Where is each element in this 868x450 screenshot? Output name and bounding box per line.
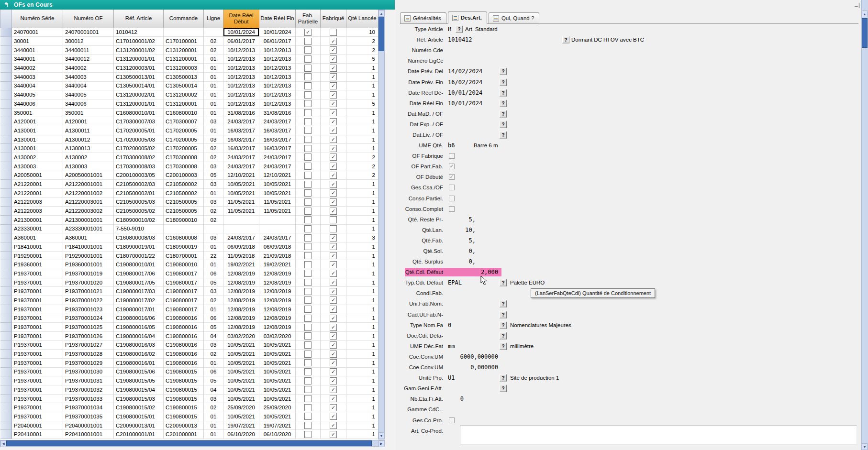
cell-serie[interactable]: P19370001	[12, 269, 63, 278]
cell-fabp[interactable]	[296, 269, 321, 278]
cell-fin[interactable]: 16/03/2017	[259, 135, 296, 144]
column-header-ref[interactable]: Réf. Article	[114, 10, 164, 28]
cell-cmd[interactable]: C131200003	[164, 64, 204, 73]
cell-fabp[interactable]	[296, 403, 321, 412]
cell-cmd[interactable]: C190800017	[164, 278, 204, 287]
cell-ligne[interactable]: 02	[204, 215, 223, 224]
cell-ligne[interactable]: 02	[204, 403, 223, 412]
cell-ligne[interactable]: 01	[204, 305, 223, 314]
fab-partielle-checkbox[interactable]: ✓	[304, 29, 312, 36]
cell-fabp[interactable]	[296, 296, 321, 305]
cell-debut[interactable]: 12/08/2019	[223, 305, 259, 314]
cell-cmd[interactable]: C190800015	[164, 394, 204, 403]
scroll-to-end-button[interactable]: →|	[851, 1, 862, 9]
row-selector[interactable]	[0, 171, 12, 180]
cell-ref[interactable]: C170300008/03	[114, 162, 164, 171]
cell-qte[interactable]: 1	[346, 81, 378, 90]
cell-fin[interactable]: 10/12/2013	[259, 99, 296, 109]
cell-qte[interactable]: 1	[346, 188, 378, 198]
cell-fabp[interactable]	[296, 180, 321, 189]
row-selector[interactable]	[0, 340, 12, 350]
cell-of[interactable]: P19370001032	[63, 385, 114, 395]
fabrique-checkbox[interactable]: ✓	[330, 324, 337, 331]
cell-cmd[interactable]: C200100003	[164, 171, 204, 180]
help-button[interactable]: ?	[500, 321, 507, 329]
cell-qte[interactable]: 1	[346, 430, 378, 439]
cell-of[interactable]: A1300013	[63, 144, 114, 153]
field-value[interactable]: U1	[448, 374, 496, 381]
cell-qte[interactable]: 2	[346, 153, 378, 162]
cell-qte[interactable]: 1	[346, 72, 378, 81]
cell-fab[interactable]: ✓	[321, 287, 346, 296]
fab-partielle-checkbox[interactable]	[304, 154, 312, 161]
cell-cmd[interactable]: C200900013	[164, 421, 204, 430]
cell-of[interactable]: P19370001019	[63, 269, 114, 278]
row-selector[interactable]	[0, 64, 12, 73]
cell-fin[interactable]: 10/05/2021	[259, 358, 296, 367]
fabrique-checkbox[interactable]: ✓	[330, 252, 337, 259]
cell-serie[interactable]: P19370001	[12, 287, 63, 296]
row-selector[interactable]	[0, 358, 12, 367]
row-selector[interactable]	[0, 430, 12, 439]
cell-serie[interactable]: 3440003	[12, 72, 63, 81]
cell-serie[interactable]: A21220001	[12, 180, 63, 189]
help-button[interactable]: ?	[500, 131, 507, 138]
fab-partielle-checkbox[interactable]	[304, 38, 312, 45]
cell-fin[interactable]: 11/05/2021	[259, 198, 296, 207]
cell-ligne[interactable]: 01	[204, 358, 223, 367]
cell-ref[interactable]: C131200001/01	[114, 99, 164, 109]
field-value[interactable]: EPAL	[448, 279, 496, 286]
cell-fin[interactable]: 12/08/2019	[259, 287, 296, 296]
row-selector[interactable]	[0, 296, 12, 305]
cell-fabp[interactable]	[296, 331, 321, 340]
tab-des-art[interactable]: Des.Art.	[448, 11, 487, 24]
cell-cmd[interactable]: C160800010	[164, 108, 204, 117]
cell-fab[interactable]: ✓	[321, 296, 346, 305]
cell-debut[interactable]: 25/09/2020	[223, 403, 259, 412]
cell-of[interactable]: A21220003001	[63, 198, 114, 207]
fab-partielle-checkbox[interactable]	[304, 261, 312, 268]
cell-ligne[interactable]: 01	[204, 188, 223, 198]
cell-qte[interactable]: 1	[346, 403, 378, 412]
cell-serie[interactable]: P19370001	[12, 350, 63, 359]
cell-serie[interactable]: 3440001	[12, 55, 63, 64]
column-header-serie[interactable]: Numéro Série	[12, 10, 63, 28]
fab-partielle-checkbox[interactable]	[304, 216, 312, 223]
fabrique-checkbox[interactable]: ✓	[330, 422, 337, 429]
cell-ref[interactable]: C190800017/06	[114, 269, 164, 278]
fab-partielle-checkbox[interactable]	[304, 306, 312, 313]
row-selector[interactable]	[0, 153, 12, 162]
fabrique-checkbox[interactable]: ✓	[330, 279, 337, 286]
cell-fabp[interactable]	[296, 224, 321, 233]
row-selector[interactable]	[0, 99, 12, 109]
cell-ligne[interactable]	[204, 28, 223, 37]
fab-partielle-checkbox[interactable]	[304, 422, 312, 429]
cell-qte[interactable]: 1	[346, 144, 378, 153]
fab-partielle-checkbox[interactable]	[304, 225, 312, 232]
cell-fabp[interactable]	[296, 305, 321, 314]
cell-ref[interactable]: C170200005/01	[114, 126, 164, 135]
cell-serie[interactable]: P20410001	[12, 430, 63, 439]
help-button[interactable]: ?	[500, 89, 507, 96]
cell-ref[interactable]: C200100003/05	[114, 171, 164, 180]
cell-qte[interactable]: 2	[346, 37, 378, 46]
cell-fab[interactable]: ✓	[321, 108, 346, 117]
fab-partielle-checkbox[interactable]	[304, 82, 312, 89]
cell-serie[interactable]: P19370001	[12, 376, 63, 385]
cell-fin[interactable]: 06/09/2018	[259, 242, 296, 252]
row-selector[interactable]	[0, 314, 12, 323]
cell-cmd[interactable]: C170200005	[164, 144, 204, 153]
cell-fabp[interactable]	[296, 233, 321, 242]
row-selector[interactable]	[0, 385, 12, 395]
cell-ref[interactable]: C190800017/03	[114, 287, 164, 296]
cell-fin[interactable]: 21/09/2018	[259, 251, 296, 260]
cell-debut[interactable]: 24/03/2017	[223, 233, 259, 242]
cell-qte[interactable]: 1	[346, 367, 378, 376]
cell-serie[interactable]: 3440006	[12, 99, 63, 109]
cell-cmd[interactable]: C190800015	[164, 376, 204, 385]
fab-partielle-checkbox[interactable]	[304, 136, 312, 143]
cell-ref[interactable]: C190800015/04	[114, 385, 164, 395]
cell-fabp[interactable]	[296, 81, 321, 90]
cell-qte[interactable]: 1	[346, 385, 378, 395]
cell-fin[interactable]: 10/12/2013	[259, 64, 296, 73]
